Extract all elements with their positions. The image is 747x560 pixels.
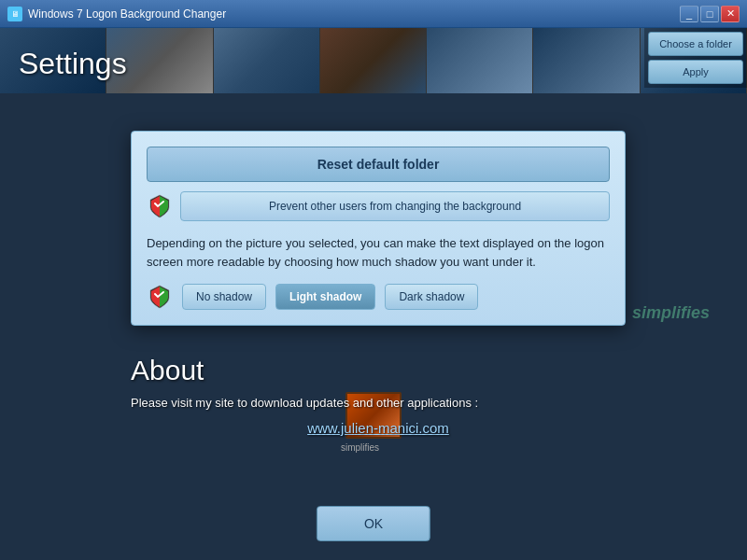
ok-button-wrapper: OK: [317, 506, 430, 541]
settings-dialog: Reset default folder Prevent other users…: [131, 131, 626, 326]
minimize-button[interactable]: _: [680, 6, 698, 22]
title-bar: 🖥 Windows 7 Logon Background Changer _ □…: [0, 0, 747, 28]
about-heading: About: [131, 355, 626, 386]
title-bar-buttons: _ □ ✕: [680, 6, 740, 22]
prevent-users-button[interactable]: Prevent other users from changing the ba…: [180, 191, 610, 221]
bg-thumb-6[interactable]: [533, 28, 640, 93]
choose-folder-button[interactable]: Choose a folder: [648, 32, 743, 56]
right-sidebar: Choose a folder Apply: [644, 28, 747, 88]
watermark-text: simplifies: [632, 303, 710, 323]
about-text: Please visit my site to download updates…: [131, 394, 626, 440]
bg-thumb-3[interactable]: [214, 28, 320, 93]
close-button[interactable]: ✕: [721, 6, 740, 22]
main-area: Choose a folder Apply Settings Reset def…: [0, 28, 747, 560]
shield-icon: [147, 193, 173, 219]
ok-button[interactable]: OK: [317, 506, 430, 541]
prevent-row: Prevent other users from changing the ba…: [147, 191, 610, 221]
shadow-shield-icon: [147, 284, 173, 310]
thumb-label: simplifies: [341, 442, 379, 453]
apply-button[interactable]: Apply: [648, 60, 743, 84]
maximize-button[interactable]: □: [700, 6, 719, 22]
reset-default-folder-button[interactable]: Reset default folder: [147, 147, 610, 182]
light-shadow-button[interactable]: Light shadow: [275, 284, 375, 310]
about-section: About Please visit my site to download u…: [131, 355, 626, 440]
dark-shadow-button[interactable]: Dark shadow: [385, 284, 478, 310]
app-icon: 🖥: [7, 7, 22, 21]
no-shadow-button[interactable]: No shadow: [182, 284, 266, 310]
title-bar-text: Windows 7 Logon Background Changer: [28, 7, 674, 21]
settings-heading: Settings: [19, 47, 127, 81]
bg-thumb-4[interactable]: [320, 28, 427, 93]
about-link[interactable]: www.julien-manici.com: [131, 417, 626, 440]
bg-thumb-5[interactable]: [427, 28, 533, 93]
shadow-description: Depending on the picture you selected, y…: [147, 234, 610, 271]
shadow-selection-row: No shadow Light shadow Dark shadow: [147, 284, 610, 310]
